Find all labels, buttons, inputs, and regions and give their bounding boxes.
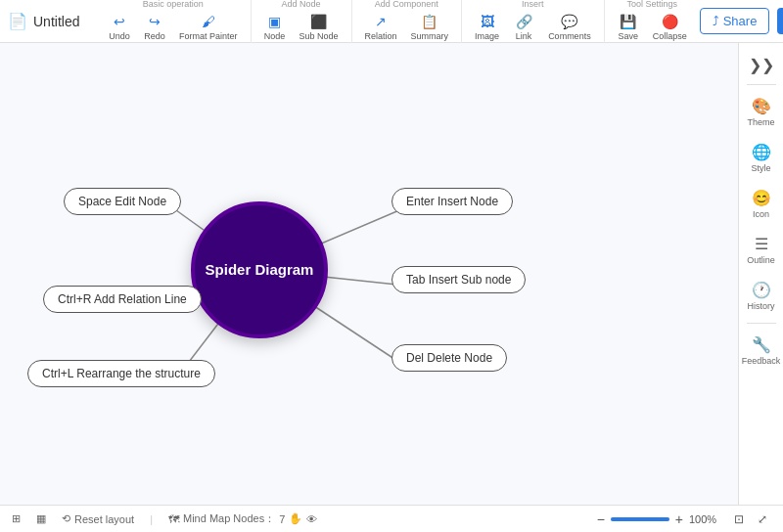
- chevron-right-icon: ❯❯: [749, 56, 774, 74]
- icon-icon: 😊: [752, 189, 771, 207]
- mind-map-nodes-info: 🗺 Mind Map Nodes： 7 ✋ 👁: [168, 511, 317, 526]
- outline-icon: ☰: [755, 235, 768, 253]
- image-label: Image: [475, 31, 499, 41]
- eye-icon: 👁: [306, 513, 317, 525]
- node-label: Node: [264, 31, 286, 41]
- panel-icon: ▦: [36, 512, 46, 525]
- status-grid-icon[interactable]: ⊞: [12, 512, 21, 525]
- panel-label-outline: Outline: [747, 255, 775, 265]
- node-button[interactable]: ▣ Node: [259, 12, 291, 43]
- section-label-insert: Insert: [522, 0, 544, 9]
- image-button[interactable]: 🖼 Image: [470, 12, 504, 43]
- zoom-out-button[interactable]: −: [597, 511, 605, 527]
- section-label-add-component: Add Component: [375, 0, 438, 9]
- sub-node-icon: ⬛: [310, 14, 327, 29]
- format-painter-button[interactable]: 🖌 Format Painter: [174, 12, 243, 43]
- share-button[interactable]: ⤴ Share: [700, 8, 770, 34]
- share-label: Share: [723, 14, 758, 28]
- panel-item-theme[interactable]: 🎨 Theme: [742, 91, 781, 133]
- diagram-container: Spider Diagram Space Edit Node Enter Ins…: [0, 43, 738, 505]
- toolbar-items-basic: ↩ Undo ↪ Redo 🖌 Format Painter: [104, 12, 243, 43]
- panel-label-history: History: [747, 301, 774, 311]
- panel-divider-top: [747, 84, 776, 85]
- header-right: ⤴ Share ⬆ Export: [700, 8, 783, 34]
- reset-layout-label: Reset layout: [74, 513, 134, 525]
- share-icon: ⤴: [713, 14, 719, 28]
- leaf-node-del-delete[interactable]: Del Delete Node: [392, 344, 507, 372]
- panel-collapse-button[interactable]: ❯❯: [744, 51, 779, 78]
- style-icon: 🌐: [752, 143, 771, 161]
- panel-divider-mid: [747, 323, 776, 324]
- toolbar-items-tool-settings: 💾 Save 🔴 Collapse: [613, 12, 692, 43]
- sub-node-button[interactable]: ⬛ Sub Node: [295, 12, 344, 43]
- zoom-control: − + 100% ⊡ ⤢: [597, 511, 771, 527]
- toolbar-items-add-node: ▣ Node ⬛ Sub Node: [259, 12, 344, 43]
- leaf-node-ctrl-r[interactable]: Ctrl+R Add Relation Line: [43, 286, 202, 313]
- zoom-slider-fill: [611, 517, 669, 521]
- history-icon: 🕐: [752, 281, 771, 299]
- undo-button[interactable]: ↩ Undo: [104, 12, 135, 43]
- status-panel-icon[interactable]: ▦: [36, 512, 46, 525]
- app-icon: 📄: [8, 12, 27, 30]
- save-button[interactable]: 💾 Save: [613, 12, 644, 43]
- toolbar-items-add-component: ↗ Relation 📋 Summary: [360, 12, 454, 43]
- panel-item-history[interactable]: 🕐 History: [742, 275, 781, 317]
- redo-label: Redo: [144, 31, 165, 41]
- sub-node-label: Sub Node: [299, 31, 339, 41]
- section-label-add-node: Add Node: [282, 0, 321, 9]
- collapse-button[interactable]: 🔴 Collapse: [648, 12, 692, 43]
- center-node[interactable]: Spider Diagram: [191, 201, 328, 338]
- summary-button[interactable]: 📋 Summary: [406, 12, 454, 43]
- app-title: 📄 Untitled: [8, 12, 86, 30]
- diagram-lines: [0, 43, 738, 505]
- reset-icon: ⟲: [62, 512, 70, 525]
- comments-label: Comments: [548, 31, 591, 41]
- leaf-node-ctrl-l[interactable]: Ctrl+L Rearrange the structure: [27, 360, 215, 387]
- undo-label: Undo: [109, 31, 130, 41]
- summary-label: Summary: [411, 31, 449, 41]
- link-label: Link: [516, 31, 532, 41]
- zoom-in-button[interactable]: +: [675, 511, 683, 527]
- link-button[interactable]: 🔗 Link: [508, 12, 539, 43]
- mind-map-count: 7: [279, 513, 285, 525]
- summary-icon: 📋: [421, 14, 438, 29]
- toolbar: Basic operation ↩ Undo ↪ Redo 🖌 Format P…: [86, 0, 700, 43]
- toolbar-section-tool-settings: Tool Settings 💾 Save 🔴 Collapse: [605, 0, 700, 43]
- theme-icon: 🎨: [752, 97, 771, 115]
- comments-button[interactable]: 💬 Comments: [543, 12, 596, 43]
- panel-label-theme: Theme: [747, 117, 774, 127]
- panel-item-feedback[interactable]: 🔧 Feedback: [742, 330, 781, 372]
- section-label-tool-settings: Tool Settings: [626, 0, 677, 9]
- toolbar-items-insert: 🖼 Image 🔗 Link 💬 Comments: [470, 12, 596, 43]
- app-title-text: Untitled: [33, 14, 79, 29]
- hand-icon: ✋: [289, 512, 302, 525]
- panel-item-style[interactable]: 🌐 Style: [742, 137, 781, 179]
- save-icon: 💾: [620, 14, 636, 29]
- right-panel: ❯❯ 🎨 Theme 🌐 Style 😊 Icon ☰ Outline 🕐 Hi…: [738, 43, 783, 505]
- relation-button[interactable]: ↗ Relation: [360, 12, 402, 43]
- panel-item-outline[interactable]: ☰ Outline: [742, 229, 781, 271]
- canvas[interactable]: Spider Diagram Space Edit Node Enter Ins…: [0, 43, 738, 505]
- toolbar-section-basic: Basic operation ↩ Undo ↪ Redo 🖌 Format P…: [96, 0, 252, 43]
- fit-screen-button[interactable]: ⤢: [754, 512, 771, 526]
- redo-icon: ↪: [149, 14, 161, 29]
- section-label-basic: Basic operation: [143, 0, 204, 9]
- collapse-icon: 🔴: [662, 14, 678, 29]
- mind-map-label: Mind Map Nodes：: [183, 511, 275, 526]
- panel-item-icon[interactable]: 😊 Icon: [742, 183, 781, 225]
- panel-label-feedback: Feedback: [742, 356, 781, 366]
- zoom-slider[interactable]: [611, 517, 669, 521]
- center-node-label: Spider Diagram: [206, 260, 314, 280]
- toolbar-section-insert: Insert 🖼 Image 🔗 Link 💬 Comments: [462, 0, 605, 43]
- reset-layout-button[interactable]: ⟲ Reset layout: [62, 512, 134, 525]
- save-label: Save: [618, 31, 638, 41]
- redo-button[interactable]: ↪ Redo: [139, 12, 170, 43]
- collapse-label: Collapse: [653, 31, 687, 41]
- leaf-node-space-edit[interactable]: Space Edit Node: [64, 188, 181, 215]
- fit-width-button[interactable]: ⊡: [730, 512, 748, 526]
- export-button[interactable]: ⬆ Export: [777, 8, 783, 34]
- leaf-node-tab-insert[interactable]: Tab Insert Sub node: [392, 266, 526, 293]
- relation-icon: ↗: [375, 14, 387, 29]
- toolbar-section-add-component: Add Component ↗ Relation 📋 Summary: [352, 0, 463, 43]
- leaf-node-enter-insert[interactable]: Enter Insert Node: [392, 188, 513, 215]
